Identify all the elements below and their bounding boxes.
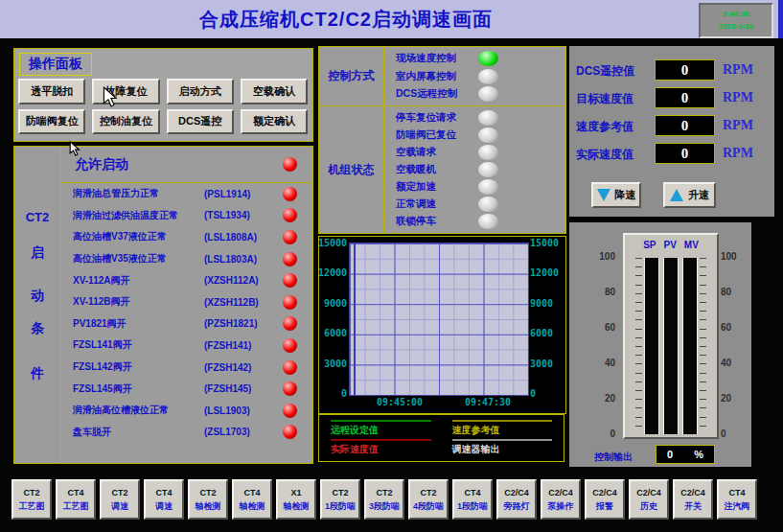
nav-button-line2: 1段防喘 [325,502,356,511]
condition-label: FZSL141阀开 [73,338,204,352]
op-button[interactable]: 空载确认 [241,79,308,104]
gauge-column-headers: SPPVMV [625,240,717,250]
control-mode-section: 控制方式 现场速度控制室内屏幕控制DCS远程控制 [319,47,565,106]
nav-button-c2c4-开关[interactable]: C2/C4开关 [673,479,713,520]
nav-button-c2c4-泵操作[interactable]: C2/C4泵操作 [541,479,581,520]
condition-row: 高位油槽V35液位正常(LSL1803A) [61,248,312,270]
option-status-lamp [478,86,498,102]
nav-button-line2: 3段防喘 [369,502,400,511]
nav-button-x1-轴检测[interactable]: X1轴检测 [276,479,316,520]
condition-status-lamp [283,316,297,331]
nav-button-ct4-工艺图[interactable]: CT4工艺图 [56,479,96,520]
nav-button-ct2-轴检测[interactable]: CT2轴检测 [188,479,228,520]
nav-button-line2: 轴检测 [196,502,221,511]
nav-button-ct2-3段防喘[interactable]: CT23段防喘 [364,479,404,520]
option-row: 联锁停车 [384,213,565,230]
legend-line-swatch [331,420,431,422]
nav-button-ct2-4段防喘[interactable]: CT24段防喘 [408,479,449,520]
nav-button-line2: 注汽阀 [725,502,750,511]
condition-status-lamp [283,338,297,353]
y-tick-label: 9000 [530,298,553,309]
title-bar: 合成压缩机CT2/C2启动调速画面 9:48:36 2003-9-28 [0,0,783,38]
bottom-navigation-bar: CT2工艺图CT4工艺图CT2调速CT4调速CT2轴检测CT4轴检测X1轴检测C… [0,470,783,532]
condition-row: 盘车脱开(ZSL1703) [61,422,312,444]
condition-row: XV-112A阀开(XZSH112A) [61,269,312,291]
nav-button-ct2-调速[interactable]: CT2调速 [100,479,140,520]
startup-conditions-rows: 润滑油总管压力正常(PSL1914)润滑油过滤供油温度正常(TSL1934)高位… [61,183,312,443]
gauge-scale-left: 100806040200 [587,251,615,439]
legend-line-swatch [452,420,553,422]
gauge-body: SPPVMV [623,233,719,439]
trend-legend: 远程设定值速度参考值实际速度值调速器输出 [318,414,564,462]
nav-button-line1: CT2 [111,489,127,497]
operation-panel-title: 操作面板 [19,53,92,76]
nav-button-c2c4-历史[interactable]: C2/C4历史 [629,479,669,520]
nav-button-line1: C2/C4 [504,489,529,497]
op-button[interactable]: 启动方式 [167,79,234,104]
unit-status-label: 机组状态 [319,106,384,233]
nav-button-line1: C2/C4 [636,489,661,497]
gauge-scale-label: 100 [721,251,737,262]
operation-button-grid: 透平脱扣故障复位启动方式空载确认防喘阀复位控制油复位DCS遥控额定确认 [18,79,308,134]
secondary-cursor [68,141,81,156]
control-mode-options: 现场速度控制室内屏幕控制DCS远程控制 [384,47,565,105]
conditions-list: 允许启动 润滑油总管压力正常(PSL1914)润滑油过滤供油温度正常(TSL19… [61,147,312,463]
op-button[interactable]: 控制油复位 [92,109,159,135]
option-status-lamp [478,214,498,229]
nav-button-ct4-注汽阀[interactable]: CT4注汽阀 [717,479,757,520]
speed-value-row: 实际速度值0RPM [569,143,774,164]
control-output-label: 控制输出 [594,451,633,464]
speed-value-row: 速度参考值0RPM [569,115,774,136]
operation-panel: 操作面板 透平脱扣故障复位启动方式空载确认防喘阀复位控制油复位DCS遥控额定确认 [13,48,313,142]
condition-tag: (ZSL1703) [204,427,283,437]
nav-button-ct2-1段防喘[interactable]: CT21段防喘 [320,479,360,520]
nav-button-line2: 工艺图 [63,502,89,511]
condition-tag: (FZSH145) [204,383,283,394]
unit-status-options: 停车复位请求防喘阀已复位空载请求空载暖机额定加速正常调速联锁停车 [384,106,565,233]
speed-down-button[interactable]: 降速 [591,182,641,208]
legend-label: 实际速度值 [331,443,431,456]
nav-button-ct4-调速[interactable]: CT4调速 [144,479,184,520]
condition-tag: (XZSH112A) [204,275,283,286]
nav-button-ct4-轴检测[interactable]: CT4轴检测 [232,479,272,520]
option-row: 现场速度控制 [384,50,565,67]
control-output-unit: % [694,449,703,460]
gauge-scale-label: 80 [605,287,615,297]
option-row: 额定加速 [384,178,565,196]
speed-value-unit: RPM [723,90,753,105]
nav-button-ct4-1段防喘[interactable]: CT41段防喘 [452,479,493,520]
nav-button-ct2-工艺图[interactable]: CT2工艺图 [12,479,52,520]
op-button[interactable]: DCS遥控 [167,109,234,135]
condition-tag: (XZSH112B) [204,297,283,308]
gauge-scale-label: 60 [721,322,731,333]
condition-row: 高位油槽V37液位正常(LSL1808A) [61,226,312,248]
clock-time: 9:48:36 [723,11,749,18]
nav-button-c2c4-旁路灯[interactable]: C2/C4旁路灯 [496,479,537,520]
condition-tag: (LSL1803A) [204,254,283,265]
y-tick-label: 12000 [530,267,559,278]
gauge-scale-label: 60 [605,322,615,333]
option-label: 空载请求 [396,146,478,159]
condition-status-lamp [283,252,297,266]
y-tick-label: 3000 [530,359,553,369]
op-button[interactable]: 防喘阀复位 [18,109,85,135]
speed-up-button[interactable]: 升速 [663,182,716,208]
condition-status-lamp [283,295,297,310]
speed-value-row: 目标速度值0RPM [569,87,774,108]
y-tick-label: 9000 [324,298,347,309]
gauge-ticks-right [700,258,706,434]
condition-tag: (PZSH1821) [204,318,283,329]
nav-button-c2c4-报警[interactable]: C2/C4报警 [585,479,625,520]
speed-value-display: 0 [655,143,715,164]
legend-line-swatch [452,439,553,441]
op-button[interactable]: 透平脱扣 [18,79,85,104]
condition-label: XV-112B阀开 [73,295,204,309]
speed-up-label: 升速 [688,188,709,202]
condition-row: 润滑油过滤供油温度正常(TSL1934) [61,205,312,227]
option-label: 现场速度控制 [396,52,478,65]
gauge-scale-label: 40 [605,358,615,368]
op-button[interactable]: 额定确认 [241,109,308,135]
nav-button-line2: 1段防喘 [457,502,488,511]
option-row: DCS远程控制 [384,85,565,103]
option-status-lamp [478,51,498,66]
